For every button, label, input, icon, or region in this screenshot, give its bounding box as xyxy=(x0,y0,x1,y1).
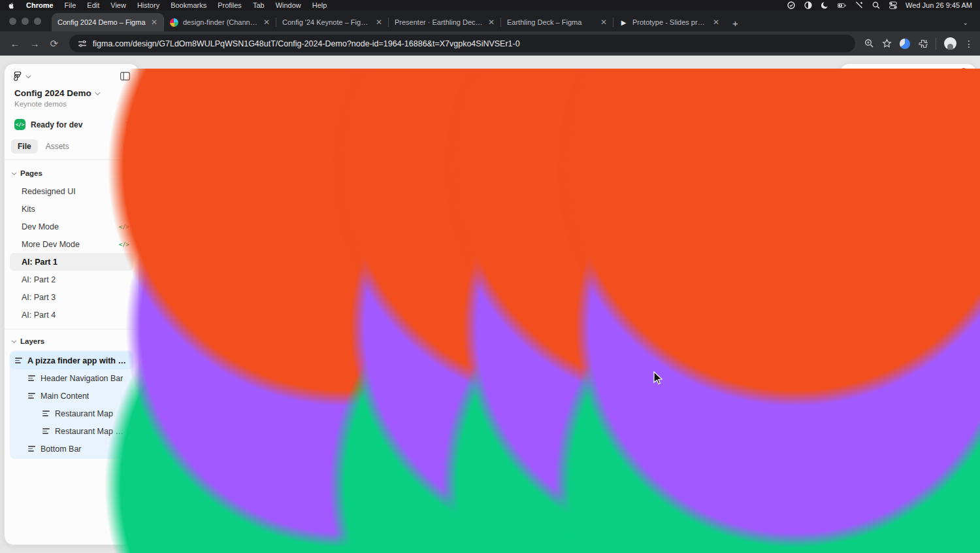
chevron-down-icon[interactable] xyxy=(12,338,16,343)
menubar-clock[interactable]: Wed Jun 26 9:45 AM xyxy=(906,1,972,9)
tab-config-24-keynote[interactable]: Config '24 Keynote – Figma ✕ xyxy=(276,13,389,31)
status-control-center-icon[interactable] xyxy=(889,1,897,10)
tab-search-chevron-icon[interactable]: ⌄ xyxy=(963,19,980,31)
profile-avatar[interactable] xyxy=(944,37,956,50)
slack-favicon xyxy=(170,18,178,27)
window-controls[interactable] xyxy=(0,18,52,31)
auto-layout-icon xyxy=(42,428,50,434)
figma-favicon xyxy=(501,69,980,553)
new-tab-button[interactable]: + xyxy=(726,18,745,31)
tab-close-icon[interactable]: ✕ xyxy=(600,18,608,27)
tab-close-icon[interactable]: ✕ xyxy=(712,18,720,27)
menu-file[interactable]: File xyxy=(65,1,76,9)
status-pencil-icon[interactable] xyxy=(855,1,863,10)
tab-title: Prototype - Slides prototype xyxy=(632,18,708,26)
zoom-icon[interactable] xyxy=(864,39,874,48)
url-text[interactable]: figma.com/design/G7LdOm8WULPqWSN1G48utT/… xyxy=(93,39,520,48)
play-favicon: ▶ xyxy=(619,18,628,27)
menu-view[interactable]: View xyxy=(110,1,126,9)
site-info-icon[interactable] xyxy=(78,40,87,48)
tab-title: design-finder (Channel) - Ub xyxy=(183,18,258,26)
extensions-puzzle-icon[interactable] xyxy=(918,39,928,48)
tab-prototype-slides[interactable]: ▶ Prototype - Slides prototype ✕ xyxy=(613,13,726,31)
menu-tab[interactable]: Tab xyxy=(253,1,265,9)
auto-layout-icon xyxy=(15,358,22,363)
layers-title: Layers xyxy=(20,337,44,345)
back-button[interactable]: ← xyxy=(7,35,24,52)
chevron-down-icon[interactable] xyxy=(12,170,16,175)
status-display-icon[interactable] xyxy=(804,1,812,10)
tab-close-icon[interactable]: ✕ xyxy=(487,18,495,27)
reload-button[interactable]: ⟳ xyxy=(46,35,63,52)
extension-badge-icon[interactable] xyxy=(900,39,910,49)
tab-presenter-earthling[interactable]: Presenter · Earthling Deck - ✕ xyxy=(389,13,501,31)
tab-file[interactable]: File xyxy=(11,139,38,154)
menu-app-name[interactable]: Chrome xyxy=(26,1,54,9)
status-spotlight-icon[interactable] xyxy=(872,1,880,10)
menu-edit[interactable]: Edit xyxy=(87,1,99,9)
dev-code-icon: </> xyxy=(14,119,25,130)
macos-menubar: Chrome File Edit View History Bookmarks … xyxy=(0,0,980,10)
tab-title: Earthling Deck – Figma xyxy=(507,18,595,26)
pages-title: Pages xyxy=(20,169,42,177)
status-battery-icon[interactable] xyxy=(838,1,846,10)
menu-help[interactable]: Help xyxy=(312,1,327,9)
tab-close-icon[interactable]: ✕ xyxy=(263,18,270,27)
tab-config-2024-demo[interactable]: Config 2024 Demo – Figma ✕ xyxy=(52,13,164,31)
status-record-icon[interactable] xyxy=(787,1,795,10)
auto-layout-icon xyxy=(28,446,35,452)
tab-close-icon[interactable]: ✕ xyxy=(150,18,158,27)
auto-layout-icon xyxy=(28,393,35,399)
close-window-button[interactable] xyxy=(9,18,16,25)
chevron-down-icon[interactable] xyxy=(25,73,31,78)
browser-toolbar: ← → ⟳ figma.com/design/G7LdOm8WULPqWSN1G… xyxy=(0,31,980,56)
menu-profiles[interactable]: Profiles xyxy=(218,1,242,9)
url-bar[interactable]: figma.com/design/G7LdOm8WULPqWSN1G48utT/… xyxy=(69,35,855,52)
auto-layout-icon xyxy=(28,375,35,381)
menu-history[interactable]: History xyxy=(137,1,159,9)
status-dnd-moon-icon[interactable] xyxy=(821,1,829,10)
browser-tabstrip: Config 2024 Demo – Figma ✕ design-finder… xyxy=(0,10,980,31)
tab-design-finder-slack[interactable]: design-finder (Channel) - Ub ✕ xyxy=(164,13,276,31)
forward-button[interactable]: → xyxy=(26,35,43,52)
auto-layout-icon xyxy=(42,411,50,416)
tab-earthling-deck[interactable]: Earthling Deck – Figma ✕ xyxy=(501,13,613,31)
browser-menu-icon[interactable]: ⋮ xyxy=(964,39,973,49)
bookmark-star-icon[interactable] xyxy=(882,39,892,48)
mouse-cursor xyxy=(653,371,663,385)
menu-window[interactable]: Window xyxy=(276,1,301,9)
figma-logo-icon[interactable] xyxy=(13,71,22,81)
zoom-window-button[interactable] xyxy=(34,18,41,25)
apple-menu-icon[interactable] xyxy=(8,2,15,9)
tab-close-icon[interactable]: ✕ xyxy=(375,18,383,27)
tab-title: Presenter · Earthling Deck - xyxy=(395,18,483,26)
tab-title: Config 2024 Demo – Figma xyxy=(57,18,146,26)
tab-title: Config '24 Keynote – Figma xyxy=(282,18,370,26)
menu-bookmarks[interactable]: Bookmarks xyxy=(171,1,206,9)
minimize-window-button[interactable] xyxy=(22,18,29,25)
